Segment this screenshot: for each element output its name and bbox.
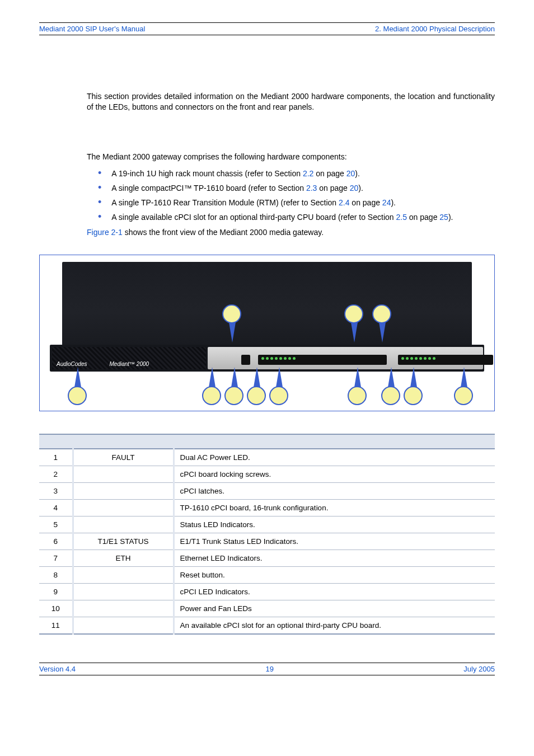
- table-row: 7ETHEthernet LED Indicators.: [39, 550, 495, 566]
- row-desc: E1/T1 Trunk Status LED Indicators.: [174, 533, 495, 550]
- row-label: [73, 482, 174, 499]
- footer-right: July 2005: [463, 665, 495, 673]
- bullet-text: A single TP-1610 Rear Transition Module …: [111, 198, 396, 207]
- page-link[interactable]: 25: [439, 213, 448, 222]
- bullet-icon: •: [98, 184, 101, 191]
- table-row: 2cPCI board locking screws.: [39, 466, 495, 482]
- page-link[interactable]: 20: [350, 184, 359, 192]
- callout-marker-icon: [454, 386, 473, 405]
- row-num: 2: [39, 466, 73, 482]
- callout-arrow-icon: [209, 367, 216, 387]
- hardware-bullets: • A 19-inch 1U high rack mount chassis (…: [87, 169, 495, 222]
- row-desc: cPCI board locking screws.: [174, 466, 495, 482]
- callout-arrow-icon: [229, 322, 236, 342]
- panel-segment: [258, 355, 387, 365]
- row-num: 3: [39, 482, 73, 499]
- section-link[interactable]: 2.3: [306, 184, 317, 192]
- callout-marker-icon: [247, 386, 266, 405]
- row-desc: Status LED Indicators.: [174, 516, 495, 533]
- footer-left: Version 4.4: [39, 665, 76, 673]
- row-num: 9: [39, 583, 73, 600]
- page-link[interactable]: 24: [382, 198, 391, 207]
- callout-marker-icon: [202, 386, 221, 405]
- table-row: 8Reset button.: [39, 566, 495, 583]
- callout-marker-icon: [269, 386, 288, 405]
- row-label: FAULT: [73, 449, 174, 466]
- callout-marker-icon: [372, 304, 391, 323]
- table-row: 6T1/E1 STATUSE1/T1 Trunk Status LED Indi…: [39, 533, 495, 550]
- table-row: 9cPCI LED Indicators.: [39, 583, 495, 600]
- figure-link[interactable]: Figure 2-1: [87, 228, 123, 237]
- bullet-item: • A single compactPCI™ TP-1610 board (re…: [87, 184, 495, 192]
- callout-marker-icon: [68, 386, 87, 405]
- row-label: [73, 499, 174, 516]
- device-module-panel: [208, 347, 483, 369]
- bullet-item: • A 19-inch 1U high rack mount chassis (…: [87, 169, 495, 178]
- section-link[interactable]: 2.5: [396, 213, 406, 222]
- table-header-row: [39, 434, 495, 449]
- callout-arrow-icon: [354, 367, 361, 387]
- intro-paragraph: This section provides detailed informati…: [87, 91, 495, 112]
- bullet-text: A 19-inch 1U high rack mount chassis (re…: [111, 169, 360, 178]
- row-num: 7: [39, 550, 73, 566]
- overview-lead: The Mediant 2000 gateway comprises the f…: [87, 152, 495, 162]
- row-desc: Dual AC Power LED.: [174, 449, 495, 466]
- panel-segment: [398, 355, 493, 365]
- callout-arrow-icon: [276, 367, 283, 387]
- table-row: 1FAULTDual AC Power LED.: [39, 449, 495, 466]
- row-desc: cPCI LED Indicators.: [174, 583, 495, 600]
- table-row: 10Power and Fan LEDs: [39, 600, 495, 617]
- row-num: 10: [39, 600, 73, 617]
- callout-arrow-icon: [74, 367, 81, 387]
- row-label: [73, 583, 174, 600]
- row-label: [73, 617, 174, 634]
- bullet-icon: •: [98, 169, 101, 177]
- page-footer: Version 4.4 19 July 2005: [39, 663, 495, 675]
- callout-arrow-icon: [379, 322, 386, 342]
- row-num: 1: [39, 449, 73, 466]
- row-desc: TP-1610 cPCI board, 16-trunk configurati…: [174, 499, 495, 516]
- component-table: 1FAULTDual AC Power LED. 2cPCI board loc…: [39, 434, 495, 635]
- row-num: 11: [39, 617, 73, 634]
- callout-arrow-icon: [254, 367, 260, 387]
- row-label: ETH: [73, 550, 174, 566]
- callout-arrow-icon: [388, 367, 395, 387]
- row-num: 5: [39, 516, 73, 533]
- section-link[interactable]: 2.4: [339, 198, 349, 207]
- row-label: [73, 516, 174, 533]
- header-left: Mediant 2000 SIP User's Manual: [39, 25, 145, 33]
- bullet-text: A single compactPCI™ TP-1610 board (refe…: [111, 184, 363, 192]
- callout-marker-icon: [344, 304, 363, 323]
- row-label: [73, 600, 174, 617]
- callout-arrow-icon: [461, 367, 467, 387]
- callout-marker-icon: [381, 386, 400, 405]
- bullet-text: A single available cPCI slot for an opti…: [111, 213, 453, 222]
- figure-front-view: AudioCodes Mediant™ 2000: [39, 255, 495, 411]
- bullet-icon: •: [98, 198, 101, 206]
- callout-arrow-icon: [231, 367, 238, 387]
- row-desc: Reset button.: [174, 566, 495, 583]
- section-link[interactable]: 2.2: [303, 169, 313, 178]
- figure-reference: Figure 2-1 shows the front view of the M…: [87, 227, 495, 238]
- callout-arrow-icon: [410, 367, 417, 387]
- row-label: [73, 466, 174, 482]
- row-num: 4: [39, 499, 73, 516]
- led-row-icon: [401, 357, 435, 360]
- row-desc: Ethernet LED Indicators.: [174, 550, 495, 566]
- callout-marker-icon: [348, 386, 367, 405]
- callout-marker-icon: [222, 304, 241, 323]
- page-link[interactable]: 20: [346, 169, 355, 178]
- row-label: [73, 566, 174, 583]
- row-num: 8: [39, 566, 73, 583]
- footer-center: 19: [265, 665, 273, 673]
- table-row: 5Status LED Indicators.: [39, 516, 495, 533]
- table-header: [174, 434, 495, 449]
- page-header: Mediant 2000 SIP User's Manual 2. Median…: [39, 22, 495, 35]
- table-header: [39, 434, 73, 449]
- header-right: 2. Mediant 2000 Physical Description: [375, 25, 495, 33]
- row-desc: cPCI latches.: [174, 482, 495, 499]
- bullet-item: • A single available cPCI slot for an op…: [87, 213, 495, 222]
- row-label: T1/E1 STATUS: [73, 533, 174, 550]
- table-row: 11An available cPCI slot for an optional…: [39, 617, 495, 634]
- table-row: 4TP-1610 cPCI board, 16-trunk configurat…: [39, 499, 495, 516]
